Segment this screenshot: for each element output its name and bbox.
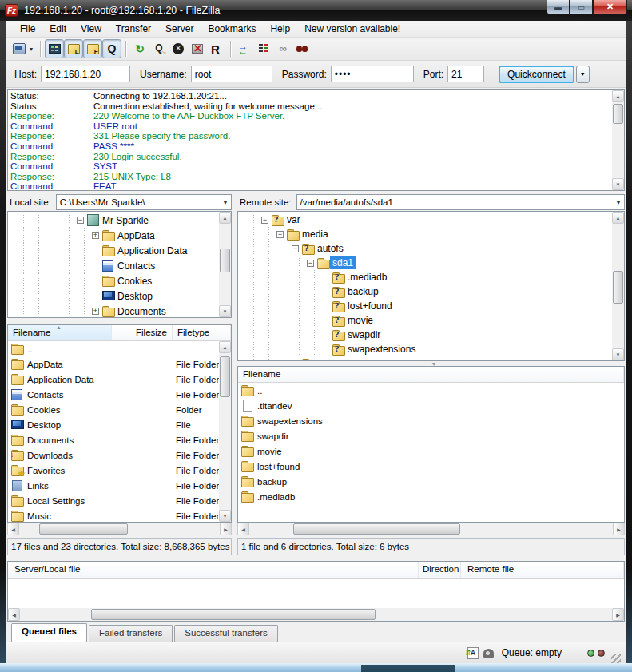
scroll-thumb[interactable] — [220, 356, 230, 397]
scroll-thumb[interactable] — [39, 523, 127, 535]
username-input[interactable] — [191, 66, 272, 82]
tree-row-desktop[interactable]: Desktop — [8, 288, 219, 304]
message-log-scrollbar[interactable]: ▲▼ — [612, 90, 624, 190]
file-row-item[interactable]: .. — [238, 383, 624, 398]
file-row-links[interactable]: LinksFile Folder — [8, 478, 219, 493]
toggle-remote-tree-button[interactable] — [83, 39, 102, 58]
tab-failed-transfers[interactable]: Failed transfers — [89, 625, 173, 642]
scroll-arrow-right-icon[interactable]: ▶ — [613, 523, 625, 535]
file-row-lost-found[interactable]: lost+found — [238, 459, 624, 474]
expander-minus-icon[interactable]: − — [292, 245, 299, 252]
menu-item-file[interactable]: File — [13, 22, 42, 36]
scroll-arrow-down-icon[interactable]: ▼ — [612, 178, 624, 190]
expander-minus-icon[interactable]: − — [276, 231, 284, 238]
combo-dropdown-icon[interactable]: ▼ — [613, 199, 624, 206]
scroll-thumb[interactable] — [613, 271, 623, 304]
scroll-arrow-left-icon[interactable]: ◀ — [8, 608, 20, 621]
resize-grip[interactable] — [611, 654, 621, 663]
title-bar[interactable]: Fz 192.168.1.20 - root@192.168.1.20 - Fi… — [0, 0, 632, 21]
search-button[interactable] — [292, 39, 312, 58]
menu-item-transfer[interactable]: Transfer — [109, 22, 158, 36]
menu-item-view[interactable]: View — [74, 22, 109, 36]
column-header-filetype[interactable]: Filetype — [173, 325, 231, 340]
quickconnect-dropdown-button[interactable]: ▼ — [576, 66, 590, 83]
toggle-local-tree-button[interactable] — [64, 39, 83, 58]
menu-item-edit[interactable]: Edit — [42, 22, 74, 36]
file-row-documents[interactable]: DocumentsFile Folder — [8, 432, 219, 447]
column-header-direction[interactable]: Direction — [419, 562, 461, 578]
column-header-filename[interactable]: Filename ▲ — [8, 325, 112, 340]
scroll-arrow-up-icon[interactable]: ▲ — [612, 90, 624, 102]
scroll-arrow-down-icon[interactable]: ▼ — [612, 348, 624, 360]
password-input[interactable] — [331, 66, 414, 82]
file-row-mediadb[interactable]: .mediadb — [238, 489, 624, 504]
file-row-local-settings[interactable]: Local SettingsFile Folder — [8, 493, 219, 508]
expander-minus-icon[interactable]: − — [261, 217, 268, 224]
disconnect-button[interactable] — [188, 39, 207, 58]
scroll-thumb[interactable] — [91, 609, 376, 620]
local-site-combo[interactable]: C:\Users\Mr Sparkle\ ▼ — [56, 194, 232, 210]
port-input[interactable] — [447, 66, 484, 82]
local-splitter-sash[interactable] — [6, 318, 233, 324]
host-input[interactable] — [41, 66, 130, 82]
tree-row-var[interactable]: −?var — [238, 213, 612, 227]
tree-row-cookies[interactable]: Cookies — [8, 273, 219, 288]
tree-row-movie[interactable]: ?movie — [238, 313, 612, 328]
column-header-remote-file[interactable]: Remote file — [461, 562, 624, 578]
tree-row-backup[interactable]: ?backup — [238, 284, 612, 299]
scroll-arrow-down-icon[interactable]: ▼ — [219, 510, 231, 522]
toggle-queue-button[interactable] — [102, 39, 121, 58]
file-row-item[interactable]: .. — [8, 341, 219, 356]
tree-row-mr-sparkle[interactable]: −Mr Sparkle — [8, 213, 219, 228]
menu-item-new-version-available[interactable]: New version available! — [297, 22, 407, 36]
tree-row-mediadb[interactable]: ?.mediadb — [238, 270, 612, 284]
scroll-track[interactable] — [20, 608, 612, 621]
filter-button[interactable] — [273, 39, 292, 58]
tree-row-documents[interactable]: +Documents — [8, 304, 219, 317]
scroll-track[interactable] — [612, 102, 624, 178]
file-row-swapextensions[interactable]: swapextensions — [238, 413, 624, 428]
scroll-track[interactable] — [612, 224, 624, 348]
tab-successful-transfers[interactable]: Successful transfers — [174, 625, 278, 642]
file-row-contacts[interactable]: ContactsFile Folder — [8, 387, 219, 402]
scroll-arrow-up-icon[interactable]: ▲ — [219, 212, 231, 224]
queue-hscrollbar[interactable]: ◀▶ — [8, 608, 624, 621]
file-row-backup[interactable]: backup — [238, 474, 624, 489]
menu-item-bookmarks[interactable]: Bookmarks — [201, 22, 263, 36]
remote-site-combo[interactable]: /var/media/autofs/sda1 ▼ — [296, 194, 625, 210]
file-row-appdata[interactable]: AppDataFile Folder — [8, 356, 219, 372]
column-header-filesize[interactable]: Filesize — [112, 325, 173, 340]
scroll-arrow-left-icon[interactable]: ◀ — [7, 523, 19, 535]
scroll-thumb[interactable] — [613, 104, 623, 124]
remote-splitter-sash[interactable]: ▼ — [237, 361, 626, 366]
minimize-button[interactable]: ▬ — [547, 0, 570, 14]
site-manager-button[interactable] — [10, 39, 29, 58]
scroll-arrow-right-icon[interactable]: ▶ — [612, 608, 624, 621]
local-list-scrollbar[interactable]: ▲▼ — [219, 341, 231, 522]
quickconnect-button[interactable]: Quickconnect — [499, 66, 574, 83]
expander-plus-icon[interactable]: + — [92, 232, 99, 239]
cancel-button[interactable] — [169, 39, 188, 58]
scroll-arrow-up-icon[interactable]: ▲ — [219, 341, 231, 353]
tree-row-application-data[interactable]: Application Data — [8, 243, 219, 258]
tree-row-swapextensions[interactable]: ?swapextensions — [238, 342, 612, 356]
listener-icon[interactable] — [483, 649, 494, 658]
reconnect-button[interactable] — [207, 39, 226, 58]
file-row-music[interactable]: MusicFile Folder — [8, 508, 219, 522]
site-manager-dropdown-icon[interactable]: ▾ — [29, 46, 36, 53]
local-list-hscrollbar[interactable]: ◀▶ — [7, 523, 232, 535]
refresh-button[interactable] — [130, 39, 149, 58]
tree-row-media[interactable]: −media — [238, 227, 612, 241]
scroll-track[interactable] — [219, 353, 231, 510]
tree-row-autofs[interactable]: −?autofs — [238, 241, 612, 256]
menu-item-server[interactable]: Server — [158, 22, 201, 36]
splitter-collapse-icon[interactable]: ▼ — [431, 361, 437, 367]
scroll-track[interactable] — [19, 523, 220, 535]
file-row-titandev[interactable]: .titandev — [238, 398, 624, 413]
expander-minus-icon[interactable]: − — [77, 217, 84, 224]
menu-item-help[interactable]: Help — [263, 22, 297, 36]
scroll-track[interactable] — [249, 523, 613, 535]
tree-row-swapdir[interactable]: ?swapdir — [238, 328, 612, 342]
scroll-arrow-right-icon[interactable]: ▶ — [220, 523, 232, 535]
tree-row-appdata[interactable]: +AppData — [8, 228, 219, 243]
